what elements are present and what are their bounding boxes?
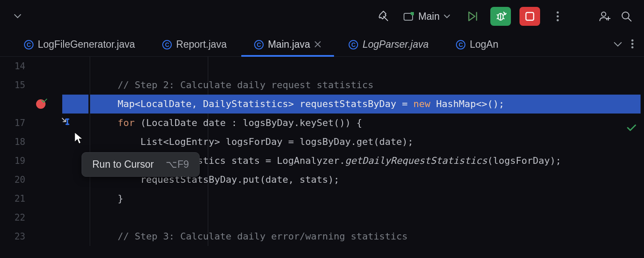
breakpoint-icon [36, 99, 46, 109]
tab-label: LogFileGenerator.java [38, 39, 135, 50]
class-icon: C [24, 40, 33, 49]
svg-point-13 [601, 12, 606, 16]
svg-line-17 [628, 18, 631, 21]
tab-label: Main.java [268, 39, 310, 50]
line-number: 15 [0, 76, 32, 95]
line-number: 20 [0, 170, 32, 189]
class-icon: C [254, 40, 264, 49]
run-to-cursor-gutter[interactable] [49, 114, 90, 132]
code-line[interactable]: 21 } [0, 189, 644, 208]
line-number: 18 [0, 132, 32, 151]
tab-main[interactable]: C Main.java [240, 33, 335, 57]
code-line-current[interactable]: Map<LocalDate, DailyStatistics> requestS… [0, 95, 644, 114]
run-to-cursor-tooltip: Run to Cursor ⌥F9 [82, 152, 200, 177]
mouse-cursor-icon [74, 132, 83, 146]
run-config-label: Main [418, 11, 440, 22]
run-configuration-selector[interactable]: Main [398, 8, 456, 25]
svg-point-1 [410, 12, 414, 15]
chevron-down-icon[interactable] [10, 9, 25, 24]
class-icon: C [162, 40, 172, 49]
code-method: getDailyRequestStatistics [345, 155, 487, 166]
line-number: 21 [0, 189, 32, 208]
code-line[interactable]: 17 for (LocalDate date : logsByDay.keySe… [0, 114, 644, 132]
class-icon: C [349, 40, 358, 49]
add-user-icon[interactable] [598, 9, 612, 24]
code-keyword: for [118, 117, 135, 128]
code-line[interactable]: 23 // Step 3: Calculate daily error/warn… [0, 227, 644, 246]
code-text: // Step 3: Calculate daily error/warning… [118, 231, 408, 242]
svg-rect-9 [526, 12, 534, 20]
code-line[interactable]: 18 List<LogEntry> logsForDay = logsByDay… [0, 132, 644, 151]
code-line[interactable]: 14 [0, 57, 644, 76]
debug-rerun-button[interactable] [490, 7, 511, 26]
code-text: List<LogEntry> logsForDay = logsByDay.ge… [118, 136, 413, 147]
search-icon[interactable] [619, 9, 634, 24]
tab-label: Report.java [176, 39, 227, 50]
line-number: 19 [0, 151, 32, 170]
code-line[interactable]: 22 [0, 208, 644, 227]
tooltip-label: Run to Cursor [92, 159, 154, 170]
run-to-cursor-icon [61, 114, 70, 132]
code-text: HashMap<>(); [431, 98, 504, 109]
tooltip-shortcut: ⌥F9 [166, 159, 189, 170]
code-text: (LocalDate date : logsByDay.keySet()) { [135, 117, 362, 128]
tab-logparser[interactable]: C LogParser.java [335, 33, 442, 57]
terminal-icon [404, 12, 414, 21]
line-number: 22 [0, 208, 32, 227]
svg-point-18 [632, 39, 634, 41]
code-text: // Step 2: Calculate daily request stati… [118, 80, 374, 90]
tab-logfilegenerator[interactable]: C LogFileGenerator.java [10, 33, 149, 57]
line-number: 23 [0, 227, 32, 246]
build-hammer-icon[interactable] [376, 9, 391, 24]
line-number [0, 95, 32, 114]
kebab-menu-icon[interactable] [550, 9, 565, 24]
code-text: (logsForDay); [487, 155, 561, 166]
tab-label: LogParser.java [362, 39, 428, 50]
code-line[interactable]: 15 // Step 2: Calculate daily request st… [0, 76, 644, 95]
tab-loganalyzer[interactable]: C LogAn [442, 33, 512, 57]
close-icon[interactable] [314, 39, 321, 50]
kebab-menu-icon[interactable] [631, 39, 634, 50]
breakpoint-gutter[interactable] [32, 95, 49, 114]
stop-button[interactable] [519, 7, 540, 26]
code-text: Map<LocalDate, DailyStatistics> requestS… [118, 98, 413, 109]
line-number: 17 [0, 114, 32, 132]
tab-label: LogAn [470, 39, 498, 50]
svg-point-11 [557, 15, 559, 18]
code-text: } [118, 193, 123, 204]
svg-point-12 [557, 19, 559, 22]
tab-report[interactable]: C Report.java [149, 33, 240, 57]
chevron-down-icon[interactable] [614, 41, 622, 49]
svg-point-19 [632, 43, 634, 45]
svg-point-10 [557, 12, 559, 14]
code-keyword: new [413, 98, 431, 109]
chevron-down-icon [444, 15, 450, 18]
class-icon: C [456, 40, 465, 49]
line-number: 14 [0, 57, 32, 76]
svg-point-20 [632, 46, 634, 48]
run-resume-button[interactable] [463, 7, 483, 26]
